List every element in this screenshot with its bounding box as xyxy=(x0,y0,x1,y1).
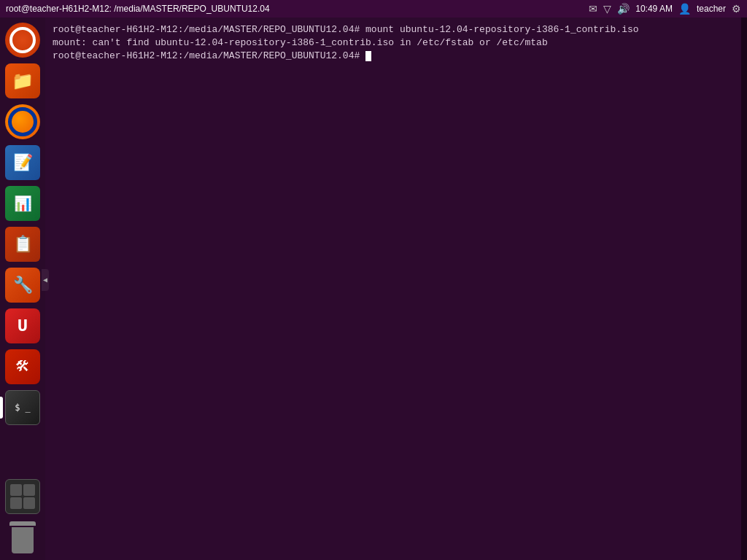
cursor xyxy=(365,51,371,61)
trash-icon xyxy=(8,521,37,553)
launcher-ubuntu[interactable] xyxy=(3,20,42,60)
launcher-tools[interactable]: 🛠 xyxy=(3,347,42,386)
terminal-line-2: mount: can't find ubuntu-12.04-repositor… xyxy=(53,36,740,50)
unity-icon: U xyxy=(5,308,40,343)
ubuntu-logo-icon xyxy=(5,23,40,58)
launcher-impress[interactable]: 📋 xyxy=(3,225,42,264)
launcher-calc[interactable]: 📊 xyxy=(3,184,42,223)
terminal-line-1: root@teacher-H61H2-M12:/media/MASTER/REP… xyxy=(53,23,740,36)
launcher-trash[interactable] xyxy=(3,518,42,557)
time-display: 10:49 AM xyxy=(635,4,673,14)
launcher-collapse-button[interactable]: ◀ xyxy=(42,269,49,291)
launcher-firefox[interactable] xyxy=(3,102,42,141)
files-icon: 📁 xyxy=(5,63,40,98)
network-icon[interactable]: ▽ xyxy=(603,3,611,15)
firefox-icon xyxy=(5,104,40,139)
launcher-app[interactable]: 🔧 xyxy=(3,265,42,305)
settings-icon[interactable]: ⚙ xyxy=(732,3,741,15)
email-icon[interactable]: ✉ xyxy=(589,3,597,15)
calc-icon: 📊 xyxy=(5,186,40,221)
tools-icon: 🛠 xyxy=(5,349,40,384)
top-panel: root@teacher-H61H2-M12: /media/MASTER/RE… xyxy=(0,0,747,18)
launcher-workspaces[interactable] xyxy=(3,477,42,516)
terminal-window[interactable]: root@teacher-H61H2-M12:/media/MASTER/REP… xyxy=(45,18,747,560)
top-panel-right: ✉ ▽ 🔊 10:49 AM 👤 teacher ⚙ xyxy=(589,3,741,15)
top-panel-left: root@teacher-H61H2-M12: /media/MASTER/RE… xyxy=(6,4,270,14)
launcher-writer[interactable]: 📝 xyxy=(3,143,42,182)
terminal-prompt: root@teacher-H61H2-M12:/media/MASTER/REP… xyxy=(53,50,740,63)
terminal-icon: $ _ xyxy=(5,390,40,425)
launcher-files[interactable]: 📁 xyxy=(3,61,42,101)
username-label[interactable]: teacher xyxy=(697,4,726,14)
app-icon: 🔧 xyxy=(5,268,40,303)
writer-icon: 📝 xyxy=(5,145,40,180)
workspaces-icon xyxy=(5,479,40,514)
launcher-unity[interactable]: U xyxy=(3,306,42,346)
impress-icon: 📋 xyxy=(5,227,40,262)
launcher-terminal[interactable]: $ _ xyxy=(3,388,42,427)
scrollbar[interactable] xyxy=(741,18,747,560)
user-icon: 👤 xyxy=(678,3,691,15)
launcher: 📁 📝 📊 📋 🔧 U 🛠 $ _ xyxy=(0,18,45,560)
window-title: root@teacher-H61H2-M12: /media/MASTER/RE… xyxy=(6,4,270,14)
volume-icon[interactable]: 🔊 xyxy=(617,3,630,15)
